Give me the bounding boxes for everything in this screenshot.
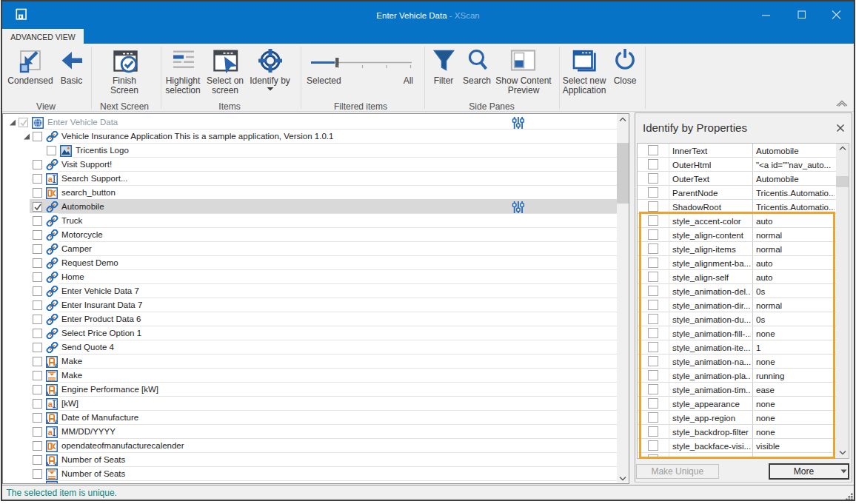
svg-text:a: a <box>48 428 53 437</box>
svg-text:a: a <box>48 400 53 409</box>
svg-text:a: a <box>48 175 53 184</box>
